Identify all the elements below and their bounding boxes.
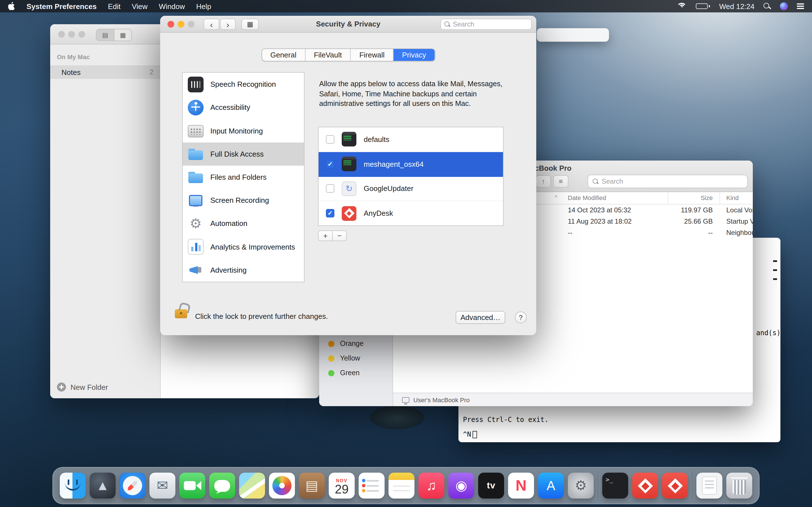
control-center-icon[interactable]	[797, 4, 804, 9]
tag-orange[interactable]: Orange	[328, 337, 363, 350]
allowed-apps-list: defaults meshagent_osx64 GoogleUpdater A…	[318, 127, 504, 226]
column-header-kind[interactable]: Kind	[726, 194, 739, 201]
dock-item-mail[interactable]: ✉	[149, 473, 175, 499]
dock-item-notes[interactable]	[389, 473, 414, 499]
zoom-icon[interactable]	[79, 31, 85, 38]
tab-firewall[interactable]: Firewall	[351, 49, 394, 61]
sidebar-item-automation[interactable]: Automation	[183, 212, 304, 235]
terminal-scroll-mark	[773, 278, 777, 280]
sidebar-item-speech-recognition[interactable]: Speech Recognition	[183, 73, 304, 96]
app-row-anydesk[interactable]: AnyDesk	[319, 202, 503, 226]
dock-item-news[interactable]: N	[508, 473, 534, 499]
app-row-meshagent[interactable]: meshagent_osx64	[319, 152, 503, 177]
menu-help[interactable]: Help	[196, 2, 211, 10]
tag-yellow[interactable]: Yellow	[328, 351, 360, 365]
dock-item-music[interactable]: ♫	[418, 473, 444, 499]
dock-item-trash[interactable]	[726, 473, 752, 499]
checkbox[interactable]	[326, 160, 335, 168]
preferences-search-field[interactable]	[441, 18, 532, 30]
column-separator	[719, 192, 720, 205]
finder-search-input[interactable]	[602, 177, 743, 185]
sort-chevron-icon[interactable]: ^	[555, 194, 557, 200]
dock-item-anydesk[interactable]	[632, 473, 658, 499]
folder-icon	[188, 169, 204, 185]
checkbox[interactable]	[326, 209, 335, 217]
sidebar-item-full-disk-access[interactable]: Full Disk Access	[183, 142, 304, 165]
dock-item-system-preferences[interactable]: ⚙	[568, 473, 594, 499]
column-header-date[interactable]: Date Modified	[568, 194, 606, 201]
terminal-scroll-mark	[773, 269, 777, 271]
cell-size: 119.97 GB	[681, 206, 713, 214]
sidebar-item-accessibility[interactable]: Accessibility	[183, 96, 304, 119]
dock-item-finder[interactable]	[60, 473, 86, 499]
grid-view-icon[interactable]: ▦	[114, 29, 132, 41]
app-row-defaults[interactable]: defaults	[319, 127, 503, 152]
menu-window[interactable]: Window	[159, 2, 185, 10]
active-app-menu[interactable]: System Preferences	[27, 2, 97, 10]
dock-item-launchpad[interactable]: ▲	[90, 473, 116, 499]
tag-color-dot	[328, 370, 335, 376]
notes-folder-row[interactable]: Notes 2	[50, 65, 160, 79]
app-row-googleupdater[interactable]: GoogleUpdater	[319, 177, 503, 202]
dock-item-calendar[interactable]: NOV29	[329, 473, 355, 499]
action-menu-icon[interactable]: ≡	[553, 175, 568, 187]
tag-label: Orange	[340, 340, 363, 348]
sidebar-item-input-monitoring[interactable]: Input Monitoring	[183, 119, 304, 142]
list-view-icon[interactable]: ▤	[96, 29, 114, 41]
lock-icon[interactable]	[175, 309, 187, 318]
dock-item-document[interactable]	[696, 473, 722, 499]
terminal-scroll-mark	[773, 260, 777, 262]
dock-item-contacts[interactable]: ▤	[299, 473, 325, 499]
tab-filevault[interactable]: FileVault	[305, 49, 351, 61]
dock-item-podcasts[interactable]: ◉	[448, 473, 474, 499]
sidebar-item-screen-recording[interactable]: Screen Recording	[183, 189, 304, 212]
tag-color-dot	[328, 341, 335, 347]
dock-item-facetime[interactable]	[179, 473, 205, 499]
terminal-output-line: Press Ctrl-C to exit.	[463, 416, 548, 424]
close-icon[interactable]	[58, 31, 65, 38]
privacy-category-list: Speech Recognition Accessibility Input M…	[182, 72, 305, 282]
add-app-button[interactable]: +	[318, 230, 333, 241]
security-titlebar: ‹ › ▦ Security & Privacy	[160, 16, 536, 33]
preferences-search-input[interactable]	[453, 20, 528, 28]
sidebar-item-analytics[interactable]: Analytics & Improvements	[183, 235, 304, 258]
advanced-button[interactable]: Advanced…	[456, 311, 505, 324]
dock-item-terminal[interactable]: >_	[602, 473, 628, 499]
menu-bar-clock[interactable]: Wed 12:24	[719, 2, 755, 10]
tab-general[interactable]: General	[262, 49, 306, 61]
siri-icon[interactable]	[780, 2, 788, 10]
menu-view[interactable]: View	[132, 2, 147, 10]
background-window-fragment	[537, 28, 609, 42]
wifi-icon[interactable]	[677, 3, 687, 10]
dock-item-safari[interactable]	[119, 473, 146, 499]
column-header-size[interactable]: Size	[701, 194, 713, 201]
plus-circle-icon	[57, 383, 66, 392]
remove-app-button[interactable]: −	[332, 230, 347, 241]
sidebar-item-advertising[interactable]: Advertising	[183, 259, 304, 282]
dock-item-app-store[interactable]: A	[538, 473, 564, 499]
menu-edit[interactable]: Edit	[108, 2, 121, 10]
terminal-prompt-line: ^N	[463, 431, 477, 438]
dock-item-photos[interactable]	[269, 473, 295, 499]
battery-icon[interactable]	[696, 3, 710, 9]
computer-icon	[402, 397, 409, 402]
dock-item-tv[interactable]: tv	[478, 473, 504, 499]
sidebar-item-label: Automation	[210, 219, 248, 228]
minimize-icon[interactable]	[68, 31, 75, 38]
finder-search-field[interactable]	[588, 175, 748, 188]
apple-menu-icon[interactable]	[8, 2, 15, 11]
spotlight-icon[interactable]	[763, 3, 771, 10]
tab-privacy[interactable]: Privacy	[394, 49, 435, 61]
sidebar-item-files-and-folders[interactable]: Files and Folders	[183, 166, 304, 189]
dock-item-reminders[interactable]	[359, 473, 385, 499]
checkbox[interactable]	[326, 184, 335, 193]
new-folder-button[interactable]: New Folder	[57, 383, 108, 392]
sidebar-item-label: Input Monitoring	[210, 126, 263, 135]
tag-green[interactable]: Green	[328, 366, 360, 380]
dock-item-maps[interactable]	[239, 473, 265, 499]
dock-item-anydesk-2[interactable]	[662, 473, 688, 499]
checkbox[interactable]	[326, 135, 335, 144]
share-icon[interactable]: ↑	[536, 175, 551, 187]
dock-item-messages[interactable]	[209, 473, 235, 499]
help-button[interactable]: ?	[515, 312, 527, 323]
